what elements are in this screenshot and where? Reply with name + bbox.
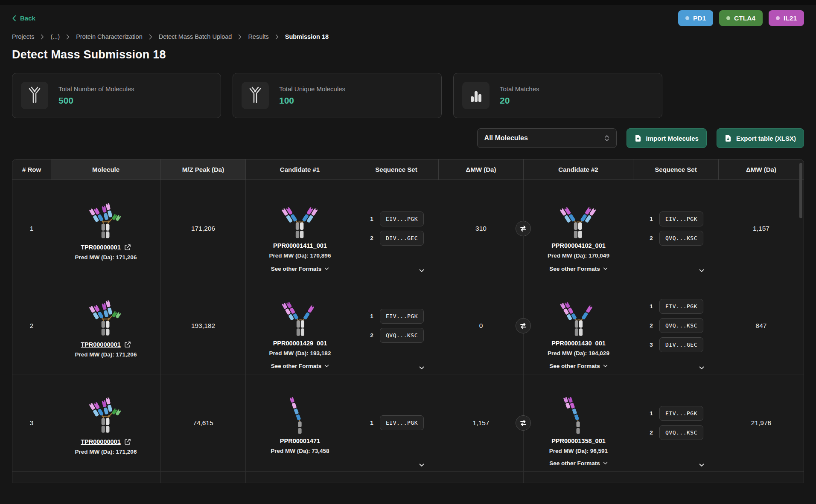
swap-candidates-button[interactable] — [516, 221, 531, 236]
candidate2-cell — [524, 472, 633, 483]
pred-mw-label: Pred MW (Da): 73,458 — [271, 448, 329, 454]
bar-chart-icon — [462, 82, 490, 109]
back-button[interactable]: Back — [12, 14, 35, 22]
see-other-formats-label: See other Formats — [271, 266, 322, 272]
badge-ctla4[interactable]: CTLA4 — [719, 10, 763, 26]
breadcrumb-item-protein-characterization[interactable]: Protein Characterization — [76, 33, 143, 40]
column-header-dmw1[interactable]: ΔMW (Da) — [439, 159, 524, 180]
candidate-structure-image — [280, 392, 320, 436]
sequence-row: 3 DIV...GEC — [649, 337, 703, 352]
see-other-formats-label: See other Formats — [549, 363, 600, 369]
sequence-number: 1 — [649, 216, 654, 222]
expand-sequences-chevron[interactable] — [419, 463, 424, 467]
molecule-filter-select[interactable]: All Molecules — [477, 128, 617, 148]
expand-sequences-chevron[interactable] — [419, 366, 424, 370]
candidate2-cell: PPR00001430_001 Pred MW (Da): 194,029 Se… — [524, 277, 633, 374]
select-value: All Molecules — [484, 134, 528, 142]
column-header-dmw2[interactable]: ΔMW (Da) — [719, 159, 804, 180]
sequence-chip[interactable]: QVQ...KSC — [659, 231, 703, 246]
sequence-chip[interactable]: QVQ...KSC — [380, 328, 424, 343]
dmw2-cell: 847 — [719, 277, 804, 374]
molecule-link[interactable]: TPR00000001 — [81, 341, 121, 348]
dmw1-cell: 0 — [439, 277, 524, 374]
expand-sequences-chevron[interactable] — [699, 269, 704, 272]
file-download-icon — [725, 134, 731, 142]
molecule-cell: TPR00000001 Pred MW (Da): 171,206 — [51, 180, 161, 277]
candidate1-cell: PPR00001471 Pred MW (Da): 73,458 — [246, 374, 354, 471]
breadcrumb-item-detect-mass-batch-upload[interactable]: Detect Mass Batch Upload — [159, 33, 232, 40]
chevron-down-icon — [603, 365, 608, 368]
external-link-icon[interactable] — [124, 341, 131, 348]
row-number: 1 — [12, 180, 51, 277]
sequence-number: 2 — [649, 429, 654, 436]
table-header-row: # Row Molecule M/Z Peak (Da) Candidate #… — [12, 159, 804, 180]
import-molecules-button[interactable]: Import Molecules — [627, 128, 707, 148]
sequence-chip[interactable]: EIV...PGK — [380, 415, 424, 430]
stat-cards: Total Number of Molecules 500 Total Uniq… — [0, 61, 816, 118]
molecule-link[interactable]: TPR00000001 — [81, 244, 121, 251]
candidate-structure-image — [558, 198, 599, 241]
see-other-formats-link[interactable]: See other Formats — [246, 266, 354, 272]
export-table-button[interactable]: Export table (XLSX) — [717, 128, 804, 148]
column-header-sequence-set1[interactable]: Sequence Set — [354, 159, 439, 180]
pred-mw-label: Pred MW (Da): 171,206 — [75, 449, 137, 455]
molecule-link[interactable]: TPR00000001 — [81, 438, 121, 445]
expand-sequences-chevron[interactable] — [699, 463, 704, 467]
sequence-chip[interactable]: QVQ...KSC — [659, 318, 703, 333]
swap-candidates-button[interactable] — [516, 415, 531, 431]
column-header-molecule[interactable]: Molecule — [51, 159, 161, 180]
sequence-chip[interactable]: EIV...PGK — [659, 406, 703, 421]
see-other-formats-link[interactable]: See other Formats — [524, 363, 633, 369]
column-header-mz-peak[interactable]: M/Z Peak (Da) — [161, 159, 246, 180]
sequence-row: 1 EIV...PGK — [369, 415, 424, 430]
badge-dot-icon — [685, 16, 689, 20]
column-header-sequence-set2[interactable]: Sequence Set — [633, 159, 719, 180]
sequence-chip[interactable]: DIV...GEC — [659, 337, 703, 352]
candidate1-cell: PPR00001429_001 Pred MW (Da): 193,182 Se… — [246, 277, 354, 374]
candidate-id: PPR00004102_001 — [551, 242, 606, 249]
see-other-formats-label: See other Formats — [549, 266, 600, 272]
candidate-structure-image — [558, 295, 599, 339]
expand-sequences-chevron[interactable] — [699, 366, 704, 370]
sequence-chip[interactable]: EIV...PGK — [659, 211, 703, 226]
sequence-chip[interactable]: DIV...GEC — [380, 231, 424, 246]
mz-peak-value — [161, 472, 246, 483]
sequence-number: 3 — [649, 342, 654, 348]
breadcrumb-item-projects[interactable]: Projects — [12, 33, 34, 40]
breadcrumb-item-ellipsis[interactable]: (...) — [50, 33, 60, 40]
sequence-number: 1 — [369, 420, 374, 426]
dmw-value: 21,976 — [751, 419, 771, 427]
sequence-chip[interactable]: EIV...PGK — [659, 299, 703, 314]
breadcrumb-item-results[interactable]: Results — [248, 33, 268, 40]
table-scrollbar-thumb[interactable] — [799, 163, 802, 218]
candidate1-cell — [246, 472, 354, 483]
stat-value: 100 — [279, 96, 345, 106]
external-link-icon[interactable] — [124, 244, 131, 251]
pred-mw-label: Pred MW (Da): 170,049 — [548, 252, 609, 259]
dmw1-cell: 310 — [439, 180, 524, 277]
external-link-icon[interactable] — [124, 438, 131, 445]
swap-candidates-button[interactable] — [516, 318, 531, 333]
dmw2-cell — [719, 472, 804, 483]
mz-peak-value: 193,182 — [161, 277, 246, 374]
partial-table-row — [12, 472, 804, 483]
see-other-formats-link[interactable]: See other Formats — [524, 266, 633, 272]
badge-pd1[interactable]: PD1 — [678, 10, 713, 26]
see-other-formats-link[interactable]: See other Formats — [524, 460, 633, 466]
sequence-number: 2 — [369, 332, 374, 339]
badge-il21[interactable]: IL21 — [769, 10, 804, 26]
candidate-structure-image — [280, 295, 321, 339]
sequence-set-cell: 1 EIV...PGK — [354, 374, 439, 471]
sequence-number: 1 — [369, 216, 374, 222]
column-header-candidate2[interactable]: Candidate #2 — [524, 159, 633, 180]
sequence-chip[interactable]: EIV...PGK — [380, 211, 424, 226]
sequence-chip[interactable]: QVQ...KSC — [659, 425, 703, 440]
sequence-row: 2 QVQ...KSC — [649, 425, 703, 440]
see-other-formats-link[interactable]: See other Formats — [246, 363, 354, 369]
sequence-chip[interactable]: EIV...PGK — [380, 309, 424, 324]
molecule-cell: TPR00000001 Pred MW (Da): 171,206 — [51, 374, 161, 471]
expand-sequences-chevron[interactable] — [419, 269, 424, 272]
molecule-structure-image — [84, 294, 128, 340]
column-header-candidate1[interactable]: Candidate #1 — [246, 159, 354, 180]
column-header-row[interactable]: # Row — [12, 159, 51, 180]
